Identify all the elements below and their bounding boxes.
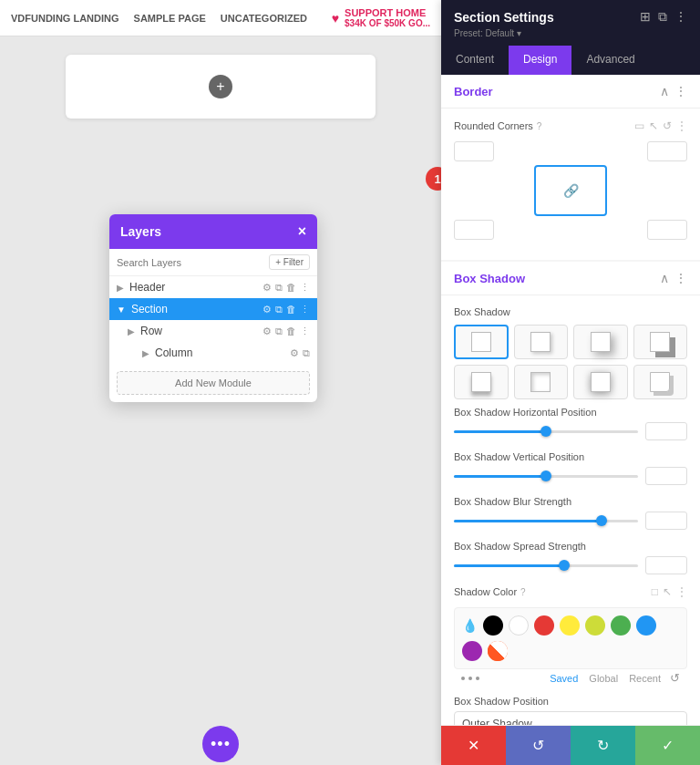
more-icon[interactable]: ⋮ bbox=[300, 304, 310, 315]
cursor-icon[interactable]: ↖ bbox=[649, 119, 658, 132]
undo-button[interactable]: ↺ bbox=[506, 726, 571, 765]
layer-item-section[interactable]: ▼ Section ⚙ ⧉ 🗑 ⋮ bbox=[109, 298, 317, 320]
corners-container: 10px 10px 🔗 10px 10px bbox=[454, 141, 687, 243]
horizontal-position-track[interactable] bbox=[454, 430, 638, 433]
more-icon[interactable]: ⋮ bbox=[676, 585, 687, 598]
layer-item-column[interactable]: ▶ Column ⚙ ⧉ bbox=[109, 342, 317, 364]
rounded-corners-row: Rounded Corners ? ▭ ↖ ↺ ⋮ bbox=[454, 119, 687, 132]
color-swatches: 💧 bbox=[454, 607, 687, 669]
shadow-preset-none[interactable] bbox=[454, 325, 509, 359]
layer-header-label: Header bbox=[129, 281, 259, 294]
layer-item-row[interactable]: ▶ Row ⚙ ⧉ 🗑 ⋮ bbox=[109, 320, 317, 342]
color-swatch-white[interactable] bbox=[509, 615, 529, 636]
color-swatch-green[interactable] bbox=[611, 615, 631, 636]
copy-icon[interactable]: ⧉ bbox=[275, 282, 283, 294]
tab-design[interactable]: Design bbox=[509, 46, 571, 75]
settings-icon[interactable]: ⚙ bbox=[262, 304, 272, 315]
position-select[interactable]: Outer Shadow Inner Shadow bbox=[454, 711, 687, 725]
refresh-icon[interactable]: ↺ bbox=[670, 671, 680, 685]
spread-track[interactable] bbox=[454, 564, 638, 567]
vertical-position-value[interactable]: 0px bbox=[645, 467, 687, 485]
nav-item-sample[interactable]: SAMPLE PAGE bbox=[134, 13, 206, 24]
layers-search-bar: + Filter bbox=[109, 249, 317, 276]
layers-close-button[interactable]: × bbox=[298, 223, 306, 240]
mobile-icon[interactable]: □ bbox=[652, 585, 658, 598]
more-icon[interactable]: ⋮ bbox=[674, 271, 687, 285]
color-swatch-black[interactable] bbox=[483, 615, 503, 636]
filter-button[interactable]: + Filter bbox=[269, 254, 310, 270]
options-button[interactable]: ••• bbox=[202, 726, 239, 762]
vertical-position-track[interactable] bbox=[454, 475, 638, 478]
more-icon[interactable]: ⋮ bbox=[676, 119, 687, 132]
shadow-preset-corner[interactable] bbox=[633, 365, 688, 399]
tab-advanced[interactable]: Advanced bbox=[571, 46, 649, 75]
recent-label[interactable]: Recent bbox=[629, 673, 661, 684]
color-swatch-purple[interactable] bbox=[462, 641, 482, 661]
color-swatch-orange[interactable] bbox=[488, 641, 508, 661]
global-label[interactable]: Global bbox=[589, 673, 618, 684]
reset-icon[interactable]: ↺ bbox=[663, 119, 672, 132]
help-icon[interactable]: ? bbox=[537, 121, 542, 131]
more-icon[interactable]: ⋮ bbox=[300, 282, 310, 294]
collapse-icon[interactable]: ∧ bbox=[660, 84, 669, 98]
blur-value[interactable]: 100px bbox=[645, 512, 687, 530]
nav-item-landing[interactable]: VDFUNDING LANDING bbox=[11, 13, 119, 24]
add-module-button[interactable]: Add New Module bbox=[117, 371, 310, 395]
settings-icon[interactable]: ⚙ bbox=[262, 326, 272, 337]
layer-item-header[interactable]: ▶ Header ⚙ ⧉ 🗑 ⋮ bbox=[109, 276, 317, 298]
more-icon[interactable]: ⋮ bbox=[300, 326, 310, 337]
delete-icon[interactable]: 🗑 bbox=[286, 304, 296, 315]
border-section-header: Border ∧ ⋮ bbox=[441, 75, 700, 109]
expand-icon[interactable]: ⧉ bbox=[658, 9, 667, 25]
collapse-icon[interactable]: ∧ bbox=[660, 271, 669, 285]
color-swatch-lime[interactable] bbox=[585, 615, 605, 636]
save-button[interactable]: ✓ bbox=[635, 726, 700, 765]
settings-icon[interactable]: ⚙ bbox=[262, 282, 272, 294]
corner-bottom-right[interactable]: 10px bbox=[647, 220, 687, 240]
vertical-position-label: Box Shadow Vertical Position bbox=[454, 451, 687, 462]
layers-panel: Layers × + Filter ▶ Header ⚙ ⧉ 🗑 ⋮ ▼ Sec… bbox=[109, 214, 317, 402]
color-swatch-red[interactable] bbox=[534, 615, 554, 636]
box-shadow-body: Box Shadow bbox=[441, 295, 700, 725]
corner-top-right[interactable]: 10px bbox=[647, 141, 687, 161]
shadow-preset-inset[interactable] bbox=[514, 365, 569, 399]
nav-item-uncategorized[interactable]: UNCATEGORIZED bbox=[221, 13, 307, 24]
layers-search-input[interactable] bbox=[117, 257, 263, 268]
color-swatch-blue[interactable] bbox=[636, 615, 656, 636]
copy-icon[interactable]: ⧉ bbox=[275, 326, 283, 337]
shadow-preset-hard[interactable] bbox=[633, 325, 688, 359]
copy-icon[interactable]: ⧉ bbox=[275, 304, 283, 315]
color-swatch-yellow[interactable] bbox=[560, 615, 580, 636]
help-icon[interactable]: ? bbox=[520, 587, 526, 597]
spread-value[interactable]: 50px bbox=[645, 556, 687, 574]
saved-label[interactable]: Saved bbox=[550, 673, 578, 684]
support-link[interactable]: ♥ SUPPORT HOME $34K OF $50K GO... bbox=[332, 7, 430, 28]
settings-icon[interactable]: ⚙ bbox=[290, 347, 299, 359]
add-content-button[interactable]: + bbox=[209, 75, 232, 98]
more-options-icon[interactable]: ⋮ bbox=[674, 9, 687, 25]
responsive-icon[interactable]: ⊞ bbox=[640, 9, 651, 25]
preset-label[interactable]: Preset: Default ▾ bbox=[454, 28, 687, 38]
shadow-preset-bottom[interactable] bbox=[454, 365, 509, 399]
spread-slider-row: Box Shadow Spread Strength 50px bbox=[454, 541, 687, 574]
corner-top-left[interactable]: 10px bbox=[454, 141, 494, 161]
link-icon[interactable]: 🔗 bbox=[563, 183, 579, 198]
more-icon[interactable]: ⋮ bbox=[674, 84, 687, 98]
shadow-color-row: Shadow Color ? □ ↖ ⋮ 💧 bbox=[454, 585, 687, 687]
delete-icon[interactable]: 🗑 bbox=[286, 326, 296, 336]
eyedropper-icon[interactable]: 💧 bbox=[462, 618, 478, 633]
chevron-right-icon: ▶ bbox=[128, 326, 135, 336]
corner-bottom-left[interactable]: 10px bbox=[454, 220, 494, 240]
redo-button[interactable]: ↻ bbox=[571, 726, 635, 765]
shadow-preset-medium[interactable] bbox=[573, 325, 628, 359]
cursor-icon[interactable]: ↖ bbox=[663, 585, 672, 598]
delete-icon[interactable]: 🗑 bbox=[286, 282, 296, 293]
shadow-preset-soft[interactable] bbox=[514, 325, 569, 359]
horizontal-position-value[interactable]: 0px bbox=[645, 422, 687, 440]
shadow-preset-wide[interactable] bbox=[573, 365, 628, 399]
desktop-icon[interactable]: ▭ bbox=[634, 119, 644, 132]
copy-icon[interactable]: ⧉ bbox=[303, 347, 310, 359]
tab-content[interactable]: Content bbox=[441, 46, 509, 75]
cancel-button[interactable]: ✕ bbox=[441, 726, 506, 765]
blur-track[interactable] bbox=[454, 520, 638, 522]
